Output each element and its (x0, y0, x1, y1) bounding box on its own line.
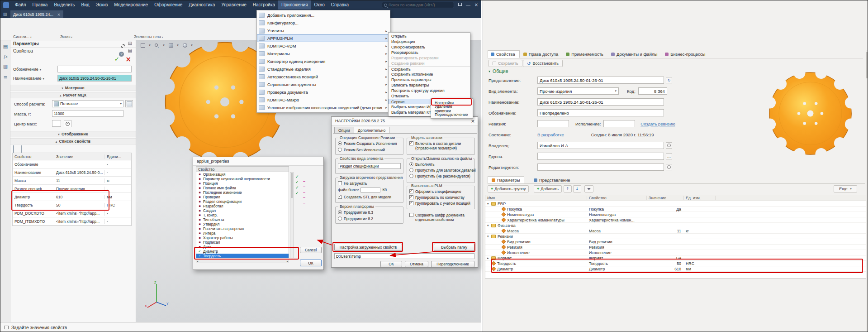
app-menu-item[interactable]: Материалы ▸ (257, 50, 390, 58)
checkbox-spec[interactable]: Оформить спецификацию (409, 189, 461, 194)
state-link[interactable]: В разработке (537, 132, 564, 137)
property-item[interactable]: Рассчитать на разрезах (196, 226, 289, 231)
tab-parameters[interactable]: Параметры (488, 176, 524, 184)
plm-submenu-item[interactable]: Записать параметры (389, 82, 470, 88)
menubar-item[interactable]: Приложения (278, 0, 311, 10)
plm-submenu-item[interactable]: Сохранить (389, 66, 470, 72)
property-item[interactable]: Создал (196, 208, 289, 213)
command-search[interactable] (382, 2, 454, 8)
property-row[interactable]: Диаметр 610 мм (13, 193, 131, 201)
add-button[interactable]: + Добавить (534, 185, 562, 192)
property-item[interactable]: Раздел спецификации (196, 199, 289, 204)
menubar-item[interactable]: Настройка (250, 0, 278, 10)
create-revision-link[interactable]: Создать ревизию (640, 121, 675, 126)
loaded-props-button[interactable]: Настройка загруженных свойств (334, 244, 402, 251)
menubar-item[interactable]: Оформление (151, 0, 185, 10)
ribbon-group-body[interactable]: Элементы тела (134, 34, 163, 39)
grid-row[interactable]: Характеристика номенклатуры Характеристи… (485, 217, 866, 223)
menubar-item[interactable]: Правка (29, 0, 51, 10)
col-value[interactable]: Значение (54, 154, 105, 159)
grid-row[interactable]: Диаметр Диаметр 610 мм (485, 266, 866, 272)
plm-tab[interactable]: Права доступа (521, 50, 562, 58)
grid-row[interactable]: Физ.св-ва (485, 223, 866, 228)
grid-row[interactable]: Вид ревизии Вид ревизии (485, 239, 866, 245)
menubar-item[interactable]: Вид (78, 0, 93, 10)
plm-tab[interactable]: Документы и файлы (608, 50, 661, 58)
plm-name-field[interactable] (537, 98, 664, 106)
service-menu-item[interactable]: Переподключение (431, 111, 473, 117)
plm-tab[interactable]: Применяемость (563, 50, 607, 58)
grid-row[interactable]: Номенклатура Номенклатура (485, 212, 866, 217)
tab-additional[interactable]: Дополнительно (354, 127, 389, 134)
col-property[interactable]: Свойство (13, 154, 54, 159)
section-props-list[interactable]: ▴Список свойств (10, 138, 136, 144)
plm-submenu-item[interactable]: Резервировать (389, 50, 470, 55)
calc-method-combo[interactable]: По массе ▾ (52, 100, 123, 107)
row-value[interactable]: Да (647, 207, 684, 212)
plm-submenu-item[interactable]: Создание ревизии (389, 61, 470, 66)
property-item[interactable]: Твердость (196, 254, 289, 258)
designation-label[interactable]: Обозначение (13, 67, 41, 72)
property-item[interactable]: Разработал (196, 204, 289, 208)
help-icon[interactable]: ? (119, 49, 124, 57)
property-row[interactable]: Обозначение - (13, 160, 131, 168)
col-unit[interactable]: Ед. изм. (684, 196, 716, 200)
property-value-cell[interactable]: 610 (54, 195, 105, 199)
scrollbar[interactable] (866, 50, 868, 331)
tab-close-icon[interactable]: × (57, 12, 61, 17)
refresh-icon[interactable]: ↻ (666, 77, 672, 83)
checkbox-group-pos[interactable]: Группировать с учетом позиций (409, 201, 470, 206)
section-mcx[interactable]: ▴Расчет МЦХ (10, 92, 136, 98)
tab-list-icon[interactable]: ▤ (0, 10, 9, 18)
tree-expander-icon[interactable] (487, 256, 491, 260)
name-field[interactable] (57, 75, 132, 82)
menubar-item[interactable]: Диагностика (185, 0, 218, 10)
app-menu-item[interactable]: Сервисные инструменты ▸ (257, 81, 390, 88)
filter-button[interactable] (584, 185, 593, 192)
section-general[interactable]: ▾ Общие (489, 68, 508, 74)
clear-owner-icon[interactable] (666, 142, 672, 149)
menubar-item[interactable]: Выделить (51, 0, 78, 10)
name-label[interactable]: Наименование (13, 76, 44, 81)
cancel-button[interactable]: Cancel (300, 247, 322, 253)
checkbox-no-load[interactable]: Не загружать (338, 181, 367, 186)
radio-skip-blanks[interactable]: Пропустить для заготовок деталей (409, 168, 476, 173)
property-item[interactable]: Характер работы (196, 236, 289, 240)
radio-perform[interactable]: Выполнять (409, 162, 434, 167)
chevron-down-icon[interactable]: ▾ (148, 42, 152, 48)
temp-path-field[interactable] (334, 253, 474, 259)
apply-check-icon[interactable]: ✓ (114, 56, 119, 63)
editing-field[interactable] (537, 164, 664, 171)
grid-row[interactable]: Твердость Твердость 50 HRC (485, 261, 866, 266)
cancel-button[interactable]: Отмена (405, 261, 428, 267)
file-size-field[interactable] (360, 188, 380, 192)
app-menu-item[interactable]: Проверка документа ▸ (257, 88, 390, 96)
app-menu-item[interactable]: КОМПАС-Макро ▸ (257, 96, 390, 104)
reconnect-button[interactable]: Переподключение (431, 261, 474, 267)
property-row[interactable]: Раздел специф... Прочие изделия - (13, 185, 131, 193)
ok-button[interactable]: ОК (300, 260, 322, 266)
grid-row[interactable]: Формат Формат БЧ (485, 255, 866, 261)
grid-row[interactable]: Ревизия Ревизия (485, 245, 866, 250)
ribbon-group-system[interactable]: Систем... (13, 34, 32, 39)
zoom-icon[interactable] (153, 42, 161, 48)
col-units[interactable]: Едини... (105, 154, 129, 159)
grid-row[interactable]: Покупка Покупка Да (485, 207, 866, 212)
search-input[interactable] (389, 3, 450, 7)
kind-combo[interactable]: Прочие изделия ▾ (537, 87, 619, 95)
list-icon[interactable]: ▤ (128, 48, 132, 53)
property-item[interactable]: Тип объекта (196, 217, 289, 222)
property-item[interactable]: Позиция (196, 181, 289, 186)
tree-panel-icon[interactable]: ▥ (2, 63, 9, 70)
radio-with-executions[interactable]: Режим Создавать Исполнения (338, 141, 397, 146)
more-button[interactable]: Еще (834, 185, 857, 192)
grid-row[interactable]: Исполнение Исполнение (485, 250, 866, 255)
choose-group-icon[interactable]: … (666, 153, 672, 159)
app-menu-item[interactable]: Условные изображения швов сварных соедин… (257, 104, 390, 111)
row-value[interactable]: 50 (647, 261, 684, 266)
plm-designation-field[interactable] (537, 109, 664, 116)
execution-field[interactable] (603, 120, 635, 127)
designation-field[interactable] (57, 66, 132, 72)
property-row[interactable]: PDM_ITEMXDTO <item xmlns="http://app... … (13, 217, 131, 226)
app-menu-item[interactable]: Конвертер единиц измерения ▸ (257, 58, 390, 65)
